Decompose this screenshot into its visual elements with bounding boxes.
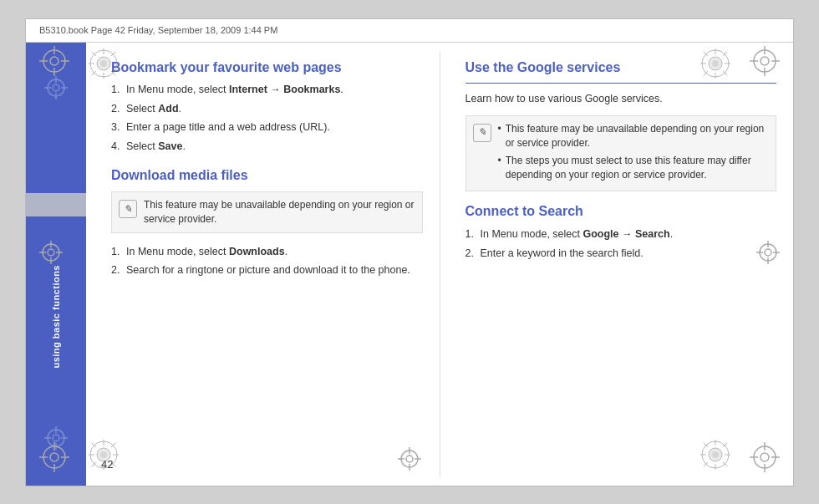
left-column: Bookmark your favourite web pages 1. In … (86, 51, 440, 477)
svg-point-1 (53, 84, 59, 91)
download-steps-list: 1. In Menu mode, select Downloads. 2. Se… (111, 245, 423, 278)
google-services-intro: Learn how to use various Google services… (465, 92, 777, 107)
sunburst-br-icon (698, 437, 733, 472)
sidebar-tab: using basic functions (26, 265, 86, 369)
list-item: The steps you must select to use this fe… (498, 154, 770, 183)
bookmark-section: Bookmark your favourite web pages 1. In … (111, 59, 423, 155)
right-column: Use the Google services Learn how to use… (440, 51, 794, 477)
list-item: 2. Select Add. (111, 102, 423, 117)
svg-point-13 (50, 57, 58, 65)
download-note-box: ✎ This feature may be unavailable depend… (111, 191, 423, 233)
svg-point-7 (53, 435, 59, 441)
content-area: Bookmark your favourite web pages 1. In … (86, 43, 793, 486)
connect-search-steps-list: 1. In Menu mode, select Google → Search.… (465, 227, 777, 261)
svg-point-67 (712, 60, 719, 67)
sidebar-crosshair-top-icon (44, 76, 68, 102)
google-note-box: ✎ This feature may be unavailable depend… (465, 115, 777, 192)
list-item: 3. Enter a page title and a web address … (111, 120, 423, 135)
svg-point-25 (50, 453, 58, 461)
list-item: 1. In Menu mode, select Google → Search. (465, 227, 777, 242)
sidebar-tab-label: using basic functions (51, 265, 61, 369)
bottom-center-crosshair-icon (398, 447, 421, 471)
download-heading: Download media files (111, 167, 423, 185)
sunburst-bl-icon (86, 437, 121, 472)
svg-point-37 (48, 249, 54, 256)
note-icon: ✎ (119, 200, 137, 218)
list-item: 2. Search for a ringtone or picture and … (111, 263, 423, 278)
download-section: Download media files ✎ This feature may … (111, 167, 423, 277)
svg-point-89 (712, 451, 719, 458)
list-item: This feature may be unavailable dependin… (498, 122, 770, 151)
connect-search-section: Connect to Search 1. In Menu mode, selec… (465, 203, 777, 261)
main-area: using basic functions (26, 43, 793, 486)
svg-point-19 (760, 57, 769, 65)
list-item: 1. In Menu mode, select Internet → Bookm… (111, 83, 423, 98)
header-bar: B5310.book Page 42 Friday, September 18,… (26, 19, 793, 43)
corner-crosshair-bl-icon (39, 442, 69, 472)
bookmark-steps-list: 1. In Menu mode, select Internet → Bookm… (111, 83, 423, 154)
svg-point-49 (406, 456, 413, 462)
download-note-text: This feature may be unavailable dependin… (144, 198, 415, 227)
svg-point-31 (760, 453, 769, 461)
middle-crosshair-right-icon (756, 241, 780, 264)
google-services-divider (465, 83, 777, 84)
sidebar: using basic functions (26, 43, 86, 486)
corner-crosshair-tr-icon (750, 46, 780, 76)
corner-crosshair-tl-icon (39, 46, 69, 76)
corner-crosshair-br-icon (750, 442, 780, 472)
svg-point-56 (100, 60, 107, 67)
sidebar-gray-strip (26, 193, 86, 216)
sunburst-tl-icon (86, 46, 121, 81)
bookmark-heading: Bookmark your favourite web pages (111, 59, 423, 77)
header-text: B5310.book Page 42 Friday, September 18,… (39, 25, 277, 35)
note-icon: ✎ (473, 124, 491, 142)
connect-search-heading: Connect to Search (465, 203, 777, 221)
page-outer: B5310.book Page 42 Friday, September 18,… (0, 0, 819, 504)
google-note-bullets: This feature may be unavailable dependin… (498, 122, 770, 186)
list-item: 1. In Menu mode, select Downloads. (111, 245, 423, 260)
svg-point-43 (765, 249, 771, 256)
list-item: 2. Enter a keyword in the search field. (465, 247, 777, 262)
svg-point-78 (100, 451, 107, 458)
sunburst-tr-icon (698, 46, 733, 81)
list-item: 4. Select Save. (111, 140, 423, 155)
page-inner: B5310.book Page 42 Friday, September 18,… (25, 18, 794, 486)
middle-crosshair-left-icon (39, 241, 63, 264)
